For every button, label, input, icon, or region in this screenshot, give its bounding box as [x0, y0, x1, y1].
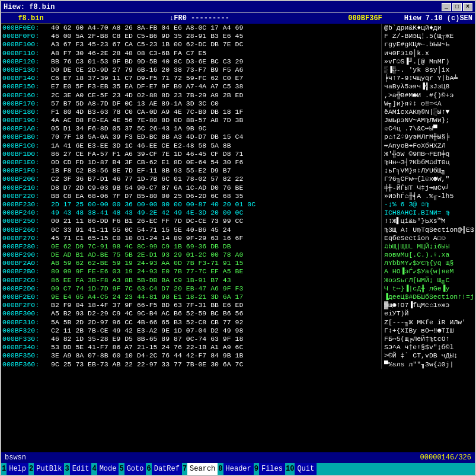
row-address: 000BF290: — [1, 251, 50, 259]
table-row[interactable]: 000BF1C0:1A 41 6E E3-EE 3D 1C 46-EE CE E… — [1, 142, 475, 150]
close-button[interactable]: × — [463, 3, 472, 11]
row-address: 000BF1B0: — [1, 133, 50, 141]
footer-item-header[interactable]: 8Header — [218, 463, 253, 475]
table-row[interactable]: 000BF1A0:05 D1 34 F6-8D 05 37 5C 26-43 1… — [1, 124, 475, 133]
window-controls: _ □ × — [442, 3, 472, 11]
row-address: 000BF250: — [1, 217, 50, 225]
row-address: 000BF150: — [1, 82, 50, 91]
row-address: 000BF140: — [1, 74, 50, 82]
table-row[interactable]: 000BF0E0:40 62 60 A4-70 A8 26 8A-FB 04 E… — [1, 24, 475, 32]
row-address: 000BF360: — [1, 360, 50, 369]
row-ascii: »ИэhЃ⌂╫╡А .%╓-lh5 — [381, 192, 475, 200]
table-row[interactable]: 000BF320:C2 11 2B 7B-CE 49 42 E3-A2 9E 1… — [1, 327, 475, 335]
table-row[interactable]: 000BF210:D8 D7 2D C9-03 9B 54 90-C7 87 6… — [1, 184, 475, 192]
footer-item-quit[interactable]: 10Quit — [285, 463, 317, 475]
footer-bar: 1Help2PutBlk3Edit4Mode5Goto6DatRef7Searc… — [1, 463, 475, 475]
minimize-button[interactable]: _ — [442, 3, 451, 11]
row-ascii: ▓щ☻↑O7▐fцМc⌂1»жэ — [381, 301, 475, 309]
table-row[interactable]: 000BF1F0:1B F8 C2 B8-56 8E 7D EF-11 8B 9… — [1, 167, 475, 175]
table-row[interactable]: 000BF310:5A 5B 2D 2D-97 96 CC 4B-66 65 B… — [1, 318, 475, 327]
table-row[interactable]: 000BF1D0:86 27 CE FA-57 F1 A6 39-CF 7E 1… — [1, 150, 475, 158]
table-row[interactable]: 000BF200:C2 3F 36 B7-D1 46 77 1D-7B 6C 0… — [1, 175, 475, 183]
footer-num: 3 — [64, 463, 69, 475]
table-row[interactable]: 000BF2E0:9E E4 65 A4-C5 24 23 44-81 98 E… — [1, 293, 475, 301]
row-hex: 5A 5B 2D 2D-97 96 CC 4B-66 65 B3 52-C8 C… — [50, 318, 381, 327]
footer-num: 9 — [254, 463, 259, 475]
table-row[interactable]: 000BF240:49 43 48 38-41 48 43 49-2E 42 4… — [1, 209, 475, 217]
footer-item-goto[interactable]: 5Goto — [119, 463, 146, 475]
row-ascii: >©Й ‡` СТ,vDB чДЫ↨ — [381, 352, 475, 360]
table-row[interactable]: 000BF330:46 82 1D 35-28 E9 D5 8B-65 89 8… — [1, 335, 475, 343]
table-row[interactable]: 000BF220:BB C8 EA 68-06 7F D7 B5-80 00 2… — [1, 192, 475, 200]
row-address: 000BF160: — [1, 91, 50, 100]
status-bar: bswsn 00000146/326 — [1, 452, 475, 463]
footer-item-help[interactable]: 1Help — [1, 463, 28, 475]
table-row[interactable]: 000BF190:4A AC D8 F0-EA 4E 56 7E-80 8D 0… — [1, 116, 475, 124]
footer-num: 8 — [218, 463, 223, 475]
table-row[interactable]: 000BF2B0:80 09 9F FE-E6 03 19 24-93 E0 7… — [1, 267, 475, 276]
table-row[interactable]: 000BF130:D0 DE CE 2D-9D 27 79 6B-16 20 3… — [1, 66, 475, 74]
row-hex: C2 11 2B 7B-CE 49 42 E3-A2 9E 1D 07-04 D… — [50, 327, 381, 335]
table-row[interactable]: 000BF2C0:86 EE FA 3B-F8 A3 8B 5B-DB BA C… — [1, 276, 475, 285]
row-ascii: Ч t↔}▐|cД╫ лGе▐у — [381, 285, 475, 293]
row-hex: 1B F8 C2 B8-56 8E 7D EF-11 8B 93 55-E2 D… — [50, 167, 381, 175]
row-hex: 57 B7 5D A8-7D DF 0C 13 AE 89-1A 3D 3C C… — [50, 100, 381, 108]
footer-item-edit[interactable]: 3Edit — [64, 463, 91, 475]
table-row[interactable]: 000BF1B0:70 7F 18 5A-0A 39 F3 ED-BC 8B A… — [1, 133, 475, 141]
row-address: 000BF350: — [1, 352, 50, 360]
table-row[interactable]: 000BF2A0:AB 59 62 62-BE 59 19 24-93 AA 0… — [1, 259, 475, 267]
row-hex: D0 DE CE 2D-9D 27 79 6B-16 20 38 73-F7 B… — [50, 66, 381, 74]
table-row[interactable]: 000BF1E0:0D CD FD 1D-87 B4 3F CB-62 E1 8… — [1, 158, 475, 167]
table-row[interactable]: 000BF250:00 21 11 86-DD F6 B1 26-EC FF 7… — [1, 217, 475, 225]
table-row[interactable]: 000BF110:A8 F7 30 46-2E 28 48 08 C3-6B F… — [1, 49, 475, 57]
row-ascii: @b`дри&K♦цй♦ди — [381, 24, 475, 32]
row-address: 000BF200: — [1, 175, 50, 183]
row-ascii: ♫bЩ|ЩШL МЩЙ↨i6ЫЫ — [381, 242, 475, 251]
table-row[interactable]: 000BF120:BB 76 C3 01-53 9F BD 9D-5B 40 8… — [1, 57, 475, 66]
footer-item-datref[interactable]: 6DatRef — [146, 463, 181, 475]
table-row[interactable]: 000BF140:C6 E7 18 37-39 11 C7 D9-F5 71 7… — [1, 74, 475, 82]
row-address: 000BF230: — [1, 200, 50, 209]
footer-item-putblk[interactable]: 2PutBlk — [28, 463, 64, 475]
footer-item-files[interactable]: 9Files — [254, 463, 285, 475]
header-offset: 000BF36F — [338, 13, 392, 24]
table-row[interactable]: 000BF360:9C 25 73 EB-73 AB 22 22-97 33 7… — [1, 360, 475, 369]
hex-view[interactable]: 000BF0E0:40 62 60 A4-70 A8 26 8A-FB 04 E… — [1, 24, 475, 452]
table-row[interactable]: 000BF100:A3 67 F3 45-23 67 CA C5-23 1B 0… — [1, 40, 475, 49]
table-row[interactable]: 000BF160:2C 3E A0 CE-5F 23 4D 02-88 8D 2… — [1, 91, 475, 100]
row-ascii: F Z/-BИэЦ¦.5(Щ┬ЖE — [381, 32, 475, 40]
row-ascii: чаΒуλ5эяч▐╣зJзЦ8 — [381, 82, 475, 91]
table-row[interactable]: 000BF180:F1 80 4D B3-63 78 C0 CA-0D A9 4… — [1, 108, 475, 116]
table-row[interactable]: 000BF290:DE AD B1 AD-BE 75 5B 2E-D1 93 2… — [1, 251, 475, 259]
row-hex: C2 3F 36 B7-D1 46 77 1D-7B 6C 01 78-02 5… — [50, 175, 381, 183]
footer-item-mode[interactable]: 4Mode — [91, 463, 119, 475]
table-row[interactable]: 000BF0F0:46 00 5A 2F-B8 C8 ED C5-B6 9D 3… — [1, 32, 475, 40]
table-row[interactable]: 000BF300:A5 B2 93 D2-29 C9 4C 9C-B4 AC B… — [1, 309, 475, 318]
table-row[interactable]: 000BF270:45 71 C1 65-15 C0 10 01-24 14 8… — [1, 234, 475, 242]
footer-num: 6 — [146, 463, 151, 475]
maximize-button[interactable]: □ — [452, 3, 462, 11]
footer-num: 7 — [182, 463, 187, 475]
row-hex: 00 21 11 86-DD F6 B1 26-EC FF 7D DC-CE 7… — [50, 217, 381, 225]
row-address: 000BF220: — [1, 192, 50, 200]
table-row[interactable]: 000BF280:0E 62 D9 7C-91 98 4C 8C-99 C9 1… — [1, 242, 475, 251]
row-address: 000BF170: — [1, 100, 50, 108]
table-row[interactable]: 000BF230:2D 17 25 00-00 00 36 00-00 00 0… — [1, 200, 475, 209]
footer-label: Search — [187, 463, 218, 475]
table-row[interactable]: 000BF2D0:00 C7 74 1D-7D 9F 7C 63-C4 D7 2… — [1, 285, 475, 293]
row-hex: 40 62 60 A4-70 A8 26 8A-FB 04 E6 A8-0C 1… — [50, 24, 381, 32]
table-row[interactable]: 000BF150:E7 E0 5F F3-EB 35 EA DF-E7 9F B… — [1, 82, 475, 91]
table-row[interactable]: 000BF340:53 DD 5E 41-F7 86 A7 21-15 24 7… — [1, 343, 475, 352]
footer-label: Goto — [124, 463, 146, 475]
row-address: 000BF240: — [1, 209, 50, 217]
row-ascii: ич0Fз10│k.x — [381, 49, 475, 57]
table-row[interactable]: 000BF350:3E A9 8A 07-8B 60 10 D4-2C 76 4… — [1, 352, 475, 360]
footer-item-search[interactable]: 7Search — [182, 463, 218, 475]
row-ascii: ▐дeеЦ$#DБШбSection↑!=j↗ — [381, 293, 475, 301]
table-row[interactable]: 000BF260:0C 33 91 41-11 55 0C 54-71 15 5… — [1, 226, 475, 234]
row-ascii: »vГ☺S▐╜.[@ МnМГ) — [381, 57, 475, 66]
table-row[interactable]: 000BF170:57 B7 5D A8-7D DF 0C 13 AE 89-1… — [1, 100, 475, 108]
row-hex: 1A 41 6E E3-EE 3D 1C 46-EE CE E2-48 58 5… — [50, 142, 381, 150]
table-row[interactable]: 000BF2F0:B2 F9 04 18-4F 37 9F 66-F5 BD 6… — [1, 301, 475, 309]
row-ascii: Г↕+{ХIBу вО↔‼☻ТIШ — [381, 327, 475, 335]
